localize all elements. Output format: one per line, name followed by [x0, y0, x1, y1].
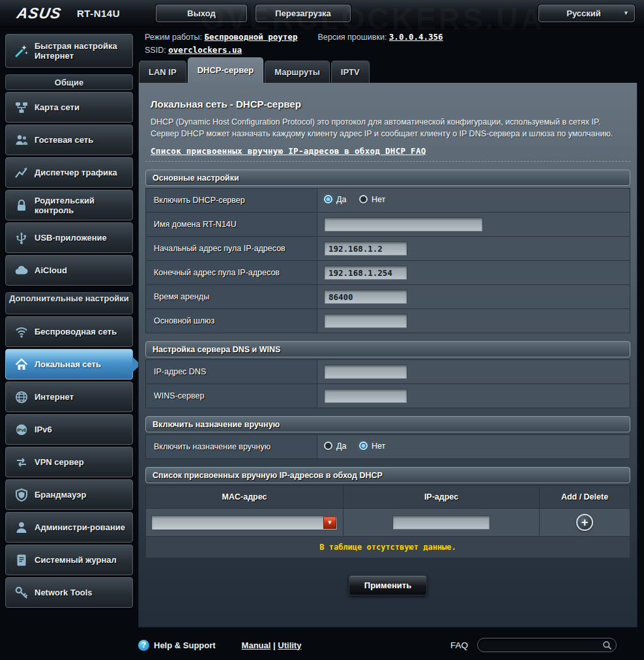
field-label: IP-адрес DNS: [146, 360, 317, 384]
sidebar-item-label: Network Tools: [35, 588, 93, 597]
apply-button[interactable]: Применить: [349, 575, 427, 595]
dhcp-enable-yes-option[interactable]: Да: [324, 195, 346, 204]
sidebar-item-system-log[interactable]: Системный журнал: [5, 545, 133, 575]
dns-wins-table: IP-адрес DNS WINS-сервер: [145, 359, 630, 408]
guest-network-icon: [8, 133, 35, 147]
sidebar-item-label: USB-приложение: [35, 233, 107, 243]
utility-link[interactable]: Utility: [278, 640, 301, 650]
ssid-label: SSID:: [145, 46, 166, 55]
network-tools-key-icon: [8, 586, 35, 600]
dhcp-faq-link[interactable]: Список присвоенных вручную IP-адресов в …: [151, 146, 426, 156]
sidebar-item-usb-application[interactable]: USB-приложение: [5, 222, 133, 253]
mode-label: Режим работы:: [145, 33, 202, 42]
dropdown-arrow-button[interactable]: ▼: [323, 517, 336, 529]
sidebar-item-lan[interactable]: Локальная сеть: [5, 349, 133, 380]
search-icon[interactable]: [602, 640, 612, 650]
add-button[interactable]: +: [576, 514, 593, 531]
help-support-link[interactable]: Help & Support: [154, 640, 216, 650]
field-label: Имя домена RT-N14U: [146, 213, 317, 237]
mode-link[interactable]: Беспроводной роутер: [204, 32, 297, 42]
page-description: DHCP (Dynamic Host Configuration Protoco…: [151, 116, 625, 140]
main-content: LAN IP DHCP-сервер Маршруты IPTV Локальн…: [138, 57, 637, 627]
sidebar-item-quick-setup[interactable]: Быстрая настройка Интернет: [5, 34, 133, 68]
mac-cell: ▼: [146, 509, 344, 537]
sidebar-item-label: IPv6: [35, 425, 52, 434]
dhcp-enable-no-option[interactable]: Нет: [359, 195, 385, 204]
topbar: ASUS RT-N14U Выход Перезагрузка Русский …: [0, 0, 644, 27]
sidebar-item-label: Брандмауэр: [35, 490, 86, 500]
wireless-icon: [8, 325, 35, 339]
administration-person-icon: [8, 520, 35, 535]
wins-server-input[interactable]: [324, 389, 407, 403]
section-header-dns-wins: Настройка сервера DNS и WINS: [145, 341, 630, 357]
radio-label: Нет: [372, 442, 385, 451]
sidebar-item-network-tools[interactable]: Network Tools: [5, 577, 133, 608]
sidebar-item-label: Системный журнал: [35, 555, 117, 565]
table-header-row: MAC-адрес IP-адрес Add / Delete: [146, 486, 630, 509]
mac-address-select[interactable]: ▼: [151, 515, 338, 530]
sidebar-item-label: Родительский контроль: [35, 196, 130, 215]
dns-ip-input[interactable]: [324, 365, 407, 379]
ip-pool-end-input[interactable]: [324, 265, 407, 280]
field-value-cell: [317, 237, 630, 261]
tab-lan-ip[interactable]: LAN IP: [139, 61, 186, 83]
sidebar-item-label: Диспетчер трафика: [35, 168, 117, 177]
manual-enable-yes-option[interactable]: Да: [324, 442, 346, 451]
sidebar-item-parental-control[interactable]: Родительский контроль: [5, 190, 133, 220]
section-header-manual-enable: Включить назначение вручную: [145, 416, 630, 432]
faq-label: FAQ: [450, 640, 468, 650]
manual-link[interactable]: Manual: [242, 640, 271, 650]
domain-name-input[interactable]: [324, 217, 483, 232]
system-log-icon: [8, 553, 35, 567]
language-label: Русский: [544, 5, 623, 22]
sidebar-item-traffic-manager[interactable]: Диспетчер трафика: [5, 157, 133, 188]
manual-enable-no-option[interactable]: Нет: [359, 442, 385, 451]
radio-checked-icon: [324, 195, 332, 203]
tab-iptv[interactable]: IPTV: [331, 61, 370, 83]
network-map-icon: [8, 100, 35, 115]
empty-table-message: В таблице отсутствуют данные.: [146, 537, 630, 558]
language-selector[interactable]: Русский ▼: [538, 5, 635, 22]
radio-unchecked-icon: [324, 442, 332, 450]
manual-assignment-table: MAC-адрес IP-адрес Add / Delete ▼ + В т: [145, 485, 630, 558]
column-header-ip: IP-адрес: [344, 486, 540, 509]
sidebar-item-guest-network[interactable]: Гостевая сеть: [5, 125, 133, 155]
reboot-button[interactable]: Перезагрузка: [256, 5, 351, 22]
divider: [145, 161, 630, 162]
table-row: Начальный адрес пула IP-адресов: [146, 237, 630, 261]
sidebar-item-label: Карта сети: [35, 102, 80, 112]
field-value-cell: [317, 384, 630, 408]
faq-search-box: [477, 638, 617, 652]
sidebar-item-vpn-server[interactable]: VPN сервер: [5, 447, 133, 477]
radio-checked-icon: [359, 442, 368, 450]
faq-search-input[interactable]: [484, 640, 602, 650]
internet-icon: [8, 390, 35, 404]
ip-pool-start-input[interactable]: [324, 241, 407, 256]
table-row: Основной шлюз: [146, 309, 630, 333]
logout-button[interactable]: Выход: [156, 5, 247, 22]
tab-dhcp-server[interactable]: DHCP-сервер: [188, 57, 264, 83]
add-cell: +: [540, 509, 630, 537]
manual-ip-input[interactable]: [392, 515, 490, 530]
sidebar-item-label: Быстрая настройка Интернет: [35, 41, 130, 61]
radio-label: Да: [336, 195, 346, 204]
status-info: Режим работы: Беспроводной роутер Версия…: [145, 31, 443, 57]
sidebar-item-ipv6[interactable]: IPv6 IPv6: [5, 414, 133, 445]
table-row: Включить DHCP-сервер Да Нет: [146, 188, 630, 213]
sidebar-item-label: Беспроводная сеть: [35, 327, 117, 337]
parental-control-icon: [8, 198, 35, 213]
sidebar-item-aicloud[interactable]: AiCloud: [5, 255, 133, 286]
sidebar-section-advanced: Дополнительные настройки: [5, 292, 133, 314]
sidebar-item-administration[interactable]: Администри-рование: [5, 512, 133, 543]
radio-unchecked-icon: [359, 195, 368, 203]
sidebar-item-internet[interactable]: Интернет: [5, 382, 133, 412]
lease-time-input[interactable]: [324, 290, 407, 304]
table-row: Имя домена RT-N14U: [146, 213, 630, 237]
tab-routes[interactable]: Маршруты: [265, 61, 330, 83]
default-gateway-input[interactable]: [324, 314, 407, 328]
ssid-link[interactable]: overclockers.ua: [168, 45, 242, 55]
sidebar-item-firewall[interactable]: Брандмауэр: [5, 479, 133, 510]
firmware-link[interactable]: 3.0.0.4.356: [389, 32, 443, 42]
sidebar-item-network-map[interactable]: Карта сети: [5, 92, 133, 123]
sidebar-item-wireless[interactable]: Беспроводная сеть: [5, 316, 133, 347]
